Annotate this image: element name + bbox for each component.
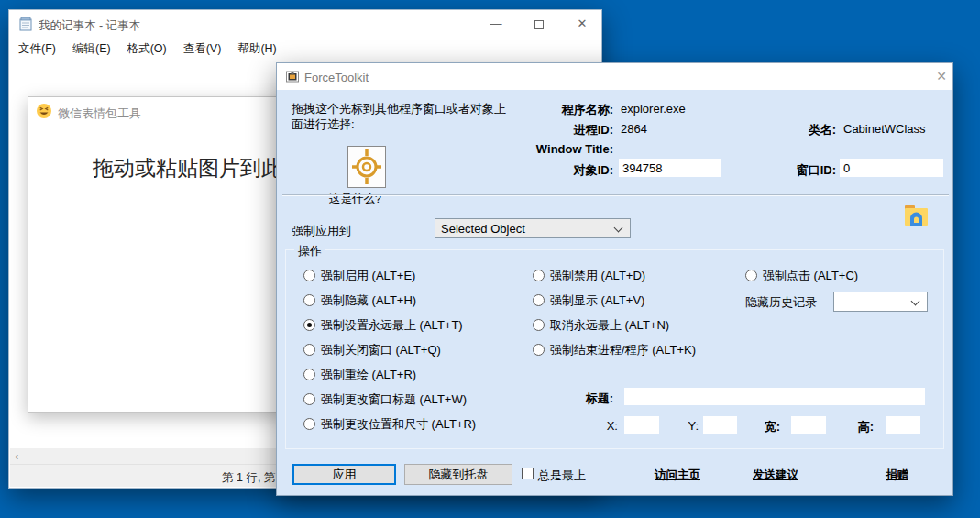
- radio-label: 强制重绘 (ALT+R): [321, 367, 416, 385]
- apply-to-label: 强制应用到: [292, 223, 351, 239]
- radio-icon: [533, 344, 545, 356]
- radio-icon: [303, 369, 315, 380]
- window-finder-tool[interactable]: [347, 146, 386, 188]
- notepad-icon: [18, 17, 33, 35]
- separator-line: [282, 194, 949, 196]
- window-id-input[interactable]: [840, 159, 943, 177]
- radio-label: 强制设置永远最上 (ALT+T): [321, 317, 463, 336]
- drop-image-hint: 拖动或粘贴图片到此: [93, 154, 282, 182]
- radio-column-3: 强制点击 (ALT+C): [745, 268, 858, 292]
- radio-icon: [533, 294, 545, 306]
- width-input[interactable]: [791, 416, 826, 434]
- radio-label: 强制显示 (ALT+V): [550, 292, 644, 311]
- class-name-label: 类名:: [763, 122, 836, 138]
- operations-group-label: 操作: [294, 243, 325, 259]
- radio-label: 强制点击 (ALT+C): [763, 268, 858, 286]
- radio-icon: [745, 270, 757, 281]
- radio-option[interactable]: 强制启用 (ALT+E): [303, 268, 476, 286]
- notepad-menu-item[interactable]: 格式(O): [119, 38, 175, 59]
- forcetoolkit-close-button[interactable]: ✕: [931, 69, 952, 83]
- notepad-menu-item[interactable]: 帮助(H): [229, 38, 284, 59]
- radio-option[interactable]: 强制隐藏 (ALT+H): [303, 292, 476, 311]
- forcetoolkit-titlebar: ForceToolkit ✕: [277, 63, 952, 90]
- radio-option[interactable]: 取消永远最上 (ALT+N): [533, 317, 696, 336]
- feedback-link[interactable]: 发送建议: [753, 468, 798, 483]
- program-name-value: explorer.exe: [621, 102, 686, 116]
- radio-option[interactable]: 强制更改窗口标题 (ALT+W): [303, 391, 476, 410]
- radio-label: 强制隐藏 (ALT+H): [321, 292, 416, 311]
- width-label: 宽:: [749, 419, 780, 435]
- height-input[interactable]: [886, 416, 920, 434]
- radio-icon: [303, 393, 315, 405]
- drag-hint-line1: 拖拽这个光标到其他程序窗口或者对象上: [292, 101, 506, 117]
- radio-option[interactable]: 强制结束进程/程序 (ALT+K): [533, 342, 696, 360]
- notepad-menu-item[interactable]: 文件(F): [10, 38, 64, 59]
- radio-label: 强制更改位置和尺寸 (ALT+R): [321, 416, 476, 435]
- radio-option[interactable]: 强制设置永远最上 (ALT+T): [303, 317, 476, 336]
- forcetoolkit-app-icon: [285, 69, 300, 87]
- chevron-down-icon: [614, 224, 623, 233]
- sticker-tool-title: 微信表情包工具: [58, 105, 141, 122]
- radio-option[interactable]: 强制点击 (ALT+C): [745, 268, 858, 286]
- radio-option[interactable]: 强制重绘 (ALT+R): [303, 367, 476, 385]
- program-name-label: 程序名称:: [503, 102, 613, 118]
- laughing-emoji-icon: [36, 103, 52, 123]
- title-field-label: 标题:: [558, 391, 613, 407]
- maximize-icon: [534, 20, 544, 29]
- always-on-top-checkbox[interactable]: [522, 468, 534, 479]
- forcetoolkit-window: ForceToolkit ✕ 拖拽这个光标到其他程序窗口或者对象上 面进行选择:…: [276, 62, 953, 496]
- radio-icon: [303, 294, 315, 306]
- radio-option[interactable]: 强制关闭窗口 (ALT+Q): [303, 342, 476, 360]
- radio-icon: [303, 319, 315, 331]
- radio-icon: [533, 270, 545, 281]
- radio-column-1: 强制启用 (ALT+E) 强制隐藏 (ALT+H) 强制设置永远最上 (ALT+…: [303, 268, 476, 441]
- hide-history-dropdown[interactable]: [833, 292, 928, 312]
- y-input[interactable]: [703, 416, 737, 434]
- object-id-input[interactable]: [619, 159, 721, 177]
- cursor-position-text: 第 1 行, 第: [222, 470, 275, 486]
- radio-label: 取消永远最上 (ALT+N): [550, 317, 669, 336]
- donate-link[interactable]: 捐赠: [886, 468, 908, 483]
- x-input[interactable]: [624, 416, 659, 434]
- radio-label: 强制禁用 (ALT+D): [550, 268, 645, 286]
- radio-option[interactable]: 强制显示 (ALT+V): [533, 292, 696, 311]
- forcetoolkit-title: ForceToolkit: [304, 71, 369, 84]
- title-input[interactable]: [624, 388, 925, 405]
- radio-icon: [303, 344, 315, 356]
- chevron-down-icon: [911, 297, 920, 306]
- radio-label: 强制更改窗口标题 (ALT+W): [321, 391, 467, 410]
- hide-to-tray-button[interactable]: 隐藏到托盘: [404, 464, 512, 485]
- scroll-left-icon[interactable]: ‹: [15, 449, 18, 463]
- notepad-close-button[interactable]: ✕: [561, 10, 603, 38]
- radio-label: 强制关闭窗口 (ALT+Q): [321, 342, 441, 360]
- notepad-maximize-button[interactable]: [518, 10, 560, 38]
- file-explorer-icon: [904, 204, 929, 234]
- radio-icon: [303, 270, 315, 281]
- pid-value: 2864: [621, 122, 647, 136]
- object-id-label: 对象ID:: [503, 162, 613, 179]
- apply-button[interactable]: 应用: [292, 464, 396, 485]
- radio-label: 强制启用 (ALT+E): [321, 268, 415, 286]
- hide-history-label: 隐藏历史记录: [745, 294, 817, 311]
- x-label: X:: [590, 419, 618, 433]
- window-id-label: 窗口ID:: [763, 162, 836, 179]
- homepage-link[interactable]: 访问主页: [655, 468, 700, 483]
- notepad-menu-item[interactable]: 查看(V): [175, 38, 230, 59]
- y-label: Y:: [671, 419, 699, 433]
- class-name-value: CabinetWClass: [843, 122, 926, 136]
- window-title-label: Window Title:: [503, 142, 613, 156]
- radio-option[interactable]: 强制更改位置和尺寸 (ALT+R): [303, 416, 476, 435]
- always-on-top-label: 总是最上: [538, 468, 586, 484]
- drag-hint-line2: 面进行选择:: [292, 116, 355, 133]
- notepad-menubar: 文件(F)编辑(E)格式(O)查看(V)帮助(H): [10, 38, 600, 59]
- notepad-minimize-button[interactable]: —: [475, 10, 517, 38]
- notepad-menu-item[interactable]: 编辑(E): [64, 38, 119, 59]
- radio-icon: [303, 418, 315, 430]
- pid-label: 进程ID:: [503, 122, 613, 138]
- apply-to-selected-value: Selected Object: [441, 222, 525, 236]
- apply-to-dropdown[interactable]: Selected Object: [435, 218, 631, 238]
- radio-option[interactable]: 强制禁用 (ALT+D): [533, 268, 696, 286]
- radio-column-2: 强制禁用 (ALT+D) 强制显示 (ALT+V) 取消永远最上 (ALT+N)…: [533, 268, 696, 367]
- radio-label: 强制结束进程/程序 (ALT+K): [550, 342, 696, 360]
- desktop: 我的记事本 - 记事本 — ✕ 文件(F)编辑(E)格式(O)查看(V)帮助(H…: [0, 0, 980, 518]
